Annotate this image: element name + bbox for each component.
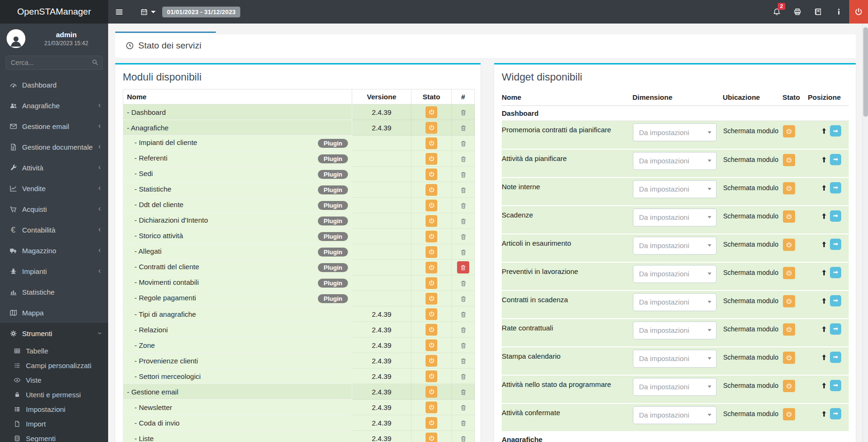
widget-dimension-select[interactable]: Da impostazioni (633, 123, 717, 141)
go-to-widget-button[interactable] (830, 380, 841, 391)
module-toggle-button[interactable] (426, 355, 437, 367)
move-up-button[interactable] (821, 241, 828, 248)
logout-button[interactable] (849, 0, 868, 24)
module-toggle-button[interactable] (426, 137, 437, 149)
widget-toggle-button[interactable] (783, 125, 795, 137)
print-button[interactable] (787, 0, 808, 24)
module-toggle-button[interactable] (426, 215, 437, 227)
sidebar-item-segmenti[interactable]: Segmenti (0, 431, 108, 442)
sidebar-item-gestione-email[interactable]: Gestione email (0, 116, 108, 137)
widget-toggle-button[interactable] (783, 154, 795, 166)
sidebar-item-strumenti[interactable]: Strumenti (0, 323, 108, 344)
module-toggle-button[interactable] (426, 262, 437, 273)
sidebar-item-anagrafiche[interactable]: Anagrafiche (0, 95, 108, 116)
widget-dimension-select[interactable]: Da impostazioni (633, 265, 717, 283)
sidebar-item-attivit[interactable]: Attività (0, 157, 108, 178)
sidebar-item-impostazioni[interactable]: Impostazioni (0, 402, 108, 417)
sidebar-item-utenti-e-permessi[interactable]: Utenti e permessi (0, 387, 108, 402)
move-up-button[interactable] (821, 325, 828, 333)
widget-toggle-button[interactable] (783, 323, 795, 336)
go-to-widget-button[interactable] (830, 239, 841, 250)
widget-dimension-select[interactable]: Da impostazioni (633, 293, 717, 311)
module-toggle-button[interactable] (426, 277, 437, 289)
widget-toggle-button[interactable] (783, 408, 795, 420)
widget-dimension-select[interactable]: Da impostazioni (633, 209, 717, 226)
widget-dimension-select[interactable]: Da impostazioni (633, 237, 717, 255)
go-to-widget-button[interactable] (830, 408, 841, 419)
trash-icon[interactable] (460, 326, 467, 334)
app-logo[interactable]: OpenSTAManager (0, 0, 108, 24)
module-toggle-button[interactable] (426, 122, 437, 134)
widget-toggle-button[interactable] (783, 239, 795, 251)
trash-icon[interactable] (460, 249, 467, 256)
trash-icon[interactable] (460, 109, 467, 116)
search-icon[interactable] (91, 58, 99, 66)
sidebar-item-statistiche[interactable]: Statistiche (0, 281, 108, 302)
module-toggle-button[interactable] (426, 246, 437, 258)
go-to-widget-button[interactable] (830, 267, 841, 278)
widget-dimension-select[interactable]: Da impostazioni (633, 350, 717, 368)
module-toggle-button[interactable] (426, 293, 437, 305)
widget-toggle-button[interactable] (783, 182, 795, 194)
trash-icon[interactable] (460, 202, 467, 209)
widget-toggle-button[interactable] (783, 295, 795, 307)
hamburger-menu-button[interactable] (108, 0, 130, 24)
move-up-button[interactable] (821, 297, 828, 305)
module-delete-button[interactable] (457, 261, 469, 273)
info-button[interactable] (829, 0, 849, 24)
module-toggle-button[interactable] (426, 153, 437, 165)
sidebar-item-gestione-documentale[interactable]: Gestione documentale (0, 137, 108, 157)
widget-toggle-button[interactable] (783, 380, 795, 392)
move-up-button[interactable] (821, 156, 828, 163)
trash-icon[interactable] (460, 124, 467, 132)
module-toggle-button[interactable] (426, 402, 437, 413)
module-toggle-button[interactable] (426, 339, 437, 351)
trash-icon[interactable] (460, 373, 467, 380)
trash-icon[interactable] (460, 217, 467, 225)
module-toggle-button[interactable] (426, 169, 437, 180)
trash-icon[interactable] (460, 186, 467, 194)
sidebar-item-vendite[interactable]: Vendite (0, 178, 108, 199)
go-to-widget-button[interactable] (830, 352, 841, 363)
move-up-button[interactable] (821, 354, 828, 361)
trash-icon[interactable] (460, 311, 467, 318)
module-toggle-button[interactable] (426, 433, 437, 442)
widget-toggle-button[interactable] (783, 210, 795, 223)
widget-toggle-button[interactable] (783, 267, 795, 279)
tab-stato-dei-servizi[interactable]: Stato dei servizi (115, 32, 216, 58)
sidebar-item-tabelle[interactable]: Tabelle (0, 344, 108, 358)
module-toggle-button[interactable] (426, 417, 437, 429)
module-toggle-button[interactable] (426, 386, 437, 398)
move-up-button[interactable] (821, 269, 828, 276)
go-to-widget-button[interactable] (830, 182, 841, 193)
trash-icon[interactable] (460, 342, 467, 349)
scrollbar-thumb[interactable] (863, 27, 868, 117)
trash-icon[interactable] (460, 140, 467, 147)
module-toggle-button[interactable] (426, 231, 437, 242)
move-up-button[interactable] (821, 212, 828, 220)
widget-dimension-select[interactable]: Da impostazioni (633, 378, 717, 396)
trash-icon[interactable] (460, 295, 467, 303)
module-toggle-button[interactable] (426, 106, 437, 118)
move-up-button[interactable] (821, 184, 828, 192)
search-input[interactable] (6, 56, 103, 70)
trash-icon[interactable] (460, 419, 467, 427)
trash-icon[interactable] (460, 155, 467, 163)
widget-dimension-select[interactable]: Da impostazioni (633, 152, 717, 170)
go-to-widget-button[interactable] (830, 210, 841, 222)
widget-dimension-select[interactable]: Da impostazioni (633, 406, 717, 424)
trash-icon[interactable] (460, 404, 467, 411)
manual-button[interactable] (808, 0, 829, 24)
sidebar-item-viste[interactable]: Viste (0, 373, 108, 387)
trash-icon[interactable] (460, 171, 467, 178)
module-toggle-button[interactable] (426, 200, 437, 211)
trash-icon[interactable] (460, 435, 467, 442)
sidebar-item-dashboard[interactable]: Dashboard (0, 74, 108, 95)
trash-icon[interactable] (460, 233, 467, 241)
widget-toggle-button[interactable] (783, 352, 795, 364)
sidebar-item-mappa[interactable]: Mappa (0, 302, 108, 323)
sidebar-item-contabilit[interactable]: €Contabilità (0, 219, 108, 240)
sidebar-item-impianti[interactable]: Impianti (0, 261, 108, 281)
trash-icon[interactable] (460, 357, 467, 365)
go-to-widget-button[interactable] (830, 323, 841, 335)
